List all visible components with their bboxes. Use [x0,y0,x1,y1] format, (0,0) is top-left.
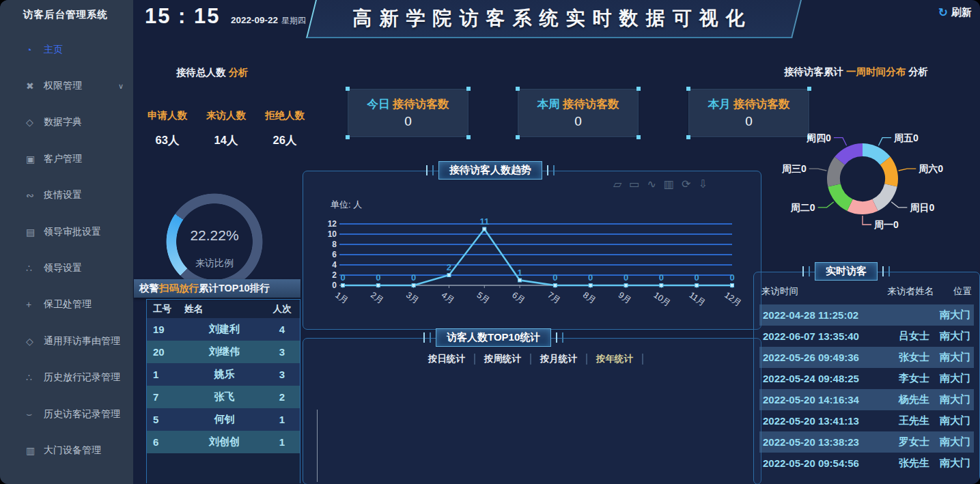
svg-text:周三0: 周三0 [781,163,807,174]
card-period: 本周 [537,98,559,110]
page-title: 高新学院访客系统实时数据可视化 [311,5,794,31]
analysis-link[interactable]: 分析 [229,67,249,78]
rank-name: 张飞 [184,390,264,403]
sidebar-item-领导设置[interactable]: ∴领导设置 [0,250,133,286]
bar-chart-icon[interactable]: ▥ [664,179,674,190]
plate-mark-left [423,332,431,343]
download-icon[interactable]: ⇩ [698,179,707,190]
sidebar-item-历史访客记录管理[interactable]: ⌣历史访客记录管理 [0,396,133,432]
dashboard-page: 访客后台管理系统 ◔主页✖权限管理∨◇数据字典▣客户管理∾疫情设置▤领导审批设置… [0,0,980,484]
week-donut-chart: 周五0周六0周日0周一0周二0周三0周四0 [775,120,980,248]
stat-column: 拒绝人数26人 [255,109,314,148]
sidebar-item-保卫处管理[interactable]: +保卫处管理 [0,287,133,323]
wrench-icon: ✖ [26,81,44,91]
svg-text:8: 8 [332,240,337,249]
plate-mark-left [802,266,810,276]
sidebar-item-通用拜访事由管理[interactable]: ◇通用拜访事由管理 [0,323,133,359]
rank-col-count: 人次 [264,303,300,315]
sidebar-item-疫情设置[interactable]: ∾疫情设置 [0,177,133,214]
sidebar-item-主页[interactable]: ◔主页 [0,31,133,68]
restore-icon[interactable]: ⟳ [682,179,690,190]
device-doc-icon: ▥ [26,445,44,456]
svg-text:周一0: 周一0 [873,219,899,230]
sidebar-item-label: 历史访客记录管理 [44,408,120,421]
tab-按周统计[interactable]: 按周统计 [475,354,531,365]
rank-title-highlight: 扫码放行 [159,283,199,294]
visitor-name: 李女士 [880,372,929,385]
reception-total-title: 接待总人数 分析 [176,66,249,79]
table-row: 19刘建利4 [147,318,300,341]
tab-按月统计[interactable]: 按月统计 [531,354,587,365]
svg-text:0: 0 [695,272,699,283]
visit-time: 2022-06-07 13:35:40 [763,330,880,342]
scan-rank-title: 校警扫码放行累计TOP10排行 [134,279,300,298]
refresh-button[interactable]: ↻ 刷新 [938,5,972,20]
rank-name: 刘继伟 [184,345,264,358]
svg-text:11: 11 [479,216,489,227]
sidebar-item-数据字典[interactable]: ◇数据字典 [0,104,133,141]
rank-id: 6 [147,436,184,448]
list-item: 2022-05-20 13:41:13王先生南大门 [759,410,974,431]
svg-text:2月: 2月 [369,290,385,306]
card-value: 0 [348,114,468,129]
svg-text:1月: 1月 [333,290,350,306]
date: 2022-09-22星期四 [231,15,306,27]
car-icon: ▣ [26,154,44,165]
rank-count: 3 [264,369,300,380]
rank-col-id: 工号 [147,303,184,315]
visit-time: 2022-05-26 09:49:36 [763,352,880,363]
visit-time: 2022-05-20 14:16:34 [763,394,880,405]
line-chart-icon[interactable]: ∿ [647,179,656,190]
card-period: 本月 [708,98,730,110]
svg-text:周日0: 周日0 [909,202,934,213]
visit-location: 南大门 [929,330,970,343]
stat-label: 拒绝人数 [255,109,314,122]
visitor-name: 王先生 [880,414,929,427]
sidebar-item-label: 历史放行记录管理 [44,371,120,384]
sidebar-item-大门设备管理[interactable]: ▥大门设备管理 [0,432,133,468]
sidebar-item-label: 主页 [44,44,63,56]
svg-text:周五0: 周五0 [893,132,919,143]
epidemic-link-icon: ∾ [26,190,44,201]
sidebar-item-客户管理[interactable]: ▣客户管理 [0,141,133,177]
trend-title-plate: 接待访客人数趋势 [426,161,555,180]
table-row: 20刘继伟3 [147,341,300,363]
top10-title: 访客人数TOP10统计 [436,328,551,347]
sidebar-item-label: 权限管理 [44,80,82,92]
sidebar-item-权限管理[interactable]: ✖权限管理∨ [0,68,133,104]
sidebar-item-label: 通用拜访事由管理 [44,335,120,347]
rank-count: 1 [264,436,300,448]
sidebar-item-历史放行记录管理[interactable]: ∴历史放行记录管理 [0,360,133,396]
stack-icon[interactable]: ▱ [613,179,621,190]
week-title-main: 接待访客累计 [784,66,843,77]
visit-time: 2022-05-20 13:41:13 [763,415,880,427]
week-dist-title: 接待访客累计 一周时间分布 分析 [784,66,928,79]
rank-id: 7 [147,391,184,403]
tiled-icon[interactable]: ▭ [629,179,639,190]
svg-text:1: 1 [517,268,522,278]
svg-text:12: 12 [328,219,337,229]
tab-按年统计[interactable]: 按年统计 [587,354,643,365]
list-item: 2022-06-07 13:35:40吕女士南大门 [759,326,974,347]
week-analysis-link[interactable]: 分析 [908,66,928,77]
list-item: 2022-05-20 14:16:34杨先生南大门 [759,389,974,410]
visit-location: 南大门 [929,393,970,406]
svg-text:7月: 7月 [546,290,562,306]
sidebar: 访客后台管理系统 ◔主页✖权限管理∨◇数据字典▣客户管理∾疫情设置▤领导审批设置… [0,0,133,484]
date-value: 2022-09-22 [231,15,278,25]
visit-location: 南大门 [929,436,970,449]
sidebar-item-label: 数据字典 [44,116,82,128]
gauge-label: 来访比例 [165,257,264,270]
card-label: 接待访客数 [393,98,449,110]
rt-col-time: 来访时间 [761,285,798,298]
svg-text:6月: 6月 [510,290,527,306]
rank-name: 刘建利 [184,323,264,336]
visitor-name: 罗女士 [880,436,929,449]
rank-count: 4 [264,324,300,335]
realtime-rows: 2022-04-28 11:25:02南大门2022-06-07 13:35:4… [759,304,974,474]
table-row: 7张飞2 [147,386,300,408]
tab-按日统计[interactable]: 按日统计 [419,354,475,365]
sidebar-item-领导审批设置[interactable]: ▤领导审批设置 [0,214,133,250]
empty-chart-axis [317,410,318,482]
stat-value: 14人 [197,133,255,148]
